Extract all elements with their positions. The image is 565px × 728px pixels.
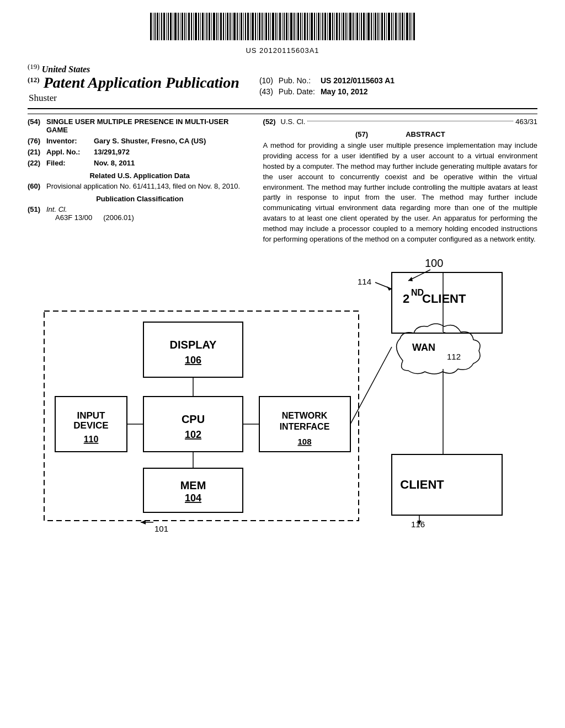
svg-rect-49 — [262, 13, 263, 40]
abstract-text: A method for providing a single user mul… — [263, 141, 537, 244]
svg-rect-77 — [324, 13, 326, 40]
svg-rect-71 — [311, 13, 313, 40]
svg-rect-98 — [373, 13, 374, 40]
left-column: (54) SINGLE USER MULTIPLE PRESENCE IN MU… — [28, 117, 252, 244]
svg-rect-37 — [233, 13, 236, 40]
svg-rect-111 — [402, 13, 403, 40]
client2-label: 2 — [403, 292, 409, 306]
svg-rect-95 — [366, 13, 366, 40]
svg-rect-25 — [206, 13, 207, 40]
svg-rect-11 — [174, 13, 177, 40]
int-cl-text: Int. Cl. — [46, 205, 67, 213]
svg-rect-91 — [356, 13, 358, 40]
int-cl-label: Int. Cl. — [46, 205, 252, 213]
svg-rect-113 — [406, 13, 408, 40]
svg-rect-87 — [348, 13, 348, 40]
svg-rect-29 — [216, 13, 217, 40]
second-divider — [28, 114, 537, 114]
svg-rect-83 — [339, 13, 340, 40]
int-cl-details: A63F 13/00 (2006.01) — [46, 213, 252, 222]
svg-rect-12 — [178, 13, 179, 40]
provisional-text: Provisional application No. 61/411,143, … — [46, 182, 252, 190]
svg-rect-51 — [265, 13, 267, 40]
title-text: SINGLE USER MULTIPLE PRESENCE IN MULTI-U… — [46, 117, 228, 134]
patent-title-right: (10) Pub. No.: US 2012/0115603 A1 (43) P… — [239, 74, 537, 98]
top-divider — [28, 108, 537, 109]
svg-rect-62 — [290, 13, 292, 40]
svg-marker-126 — [141, 520, 146, 524]
input-text-2: DEVICE — [73, 420, 108, 431]
us-cl-row: (52) U.S. Cl. 463/31 — [263, 117, 537, 126]
pub-no-num-label: (10) — [257, 76, 275, 85]
svg-rect-4 — [159, 13, 160, 40]
barcode-area: US 20120115603A1 — [0, 0, 565, 57]
svg-rect-102 — [381, 13, 383, 40]
svg-marker-118 — [408, 277, 413, 281]
svg-rect-72 — [314, 13, 315, 40]
abstract-title-text: ABSTRACT — [406, 130, 445, 138]
svg-rect-7 — [166, 13, 167, 40]
related-apps-title: Related U.S. Application Data — [28, 172, 252, 180]
svg-rect-26 — [209, 13, 210, 40]
svg-rect-100 — [377, 13, 379, 40]
svg-rect-82 — [336, 13, 338, 40]
network-wan-line — [350, 347, 392, 424]
svg-rect-32 — [223, 13, 224, 40]
system-100-label: 100 — [425, 257, 443, 269]
svg-rect-97 — [371, 13, 372, 40]
patent-type-label: (12) Patent Application Publication — [28, 74, 239, 92]
svg-rect-107 — [393, 13, 394, 40]
int-cl-field-row: (51) Int. Cl. A63F 13/00 (2006.01) — [28, 205, 252, 222]
inventor-name: Gary S. Shuster, Fresno, CA (US) — [94, 137, 206, 145]
pub-info-table: (10) Pub. No.: US 2012/0115603 A1 (43) P… — [256, 74, 398, 98]
svg-rect-99 — [375, 13, 376, 40]
diagram-svg: 100 2 ND CLIENT 114 WAN 112 CLIENT 116 — [28, 250, 537, 548]
int-cl-num: (51) — [28, 205, 43, 213]
country-name: United States — [42, 65, 90, 74]
svg-rect-66 — [300, 13, 301, 40]
svg-rect-9 — [170, 13, 172, 40]
svg-rect-74 — [318, 13, 319, 40]
barcode-image — [145, 10, 420, 43]
network-num-text: 108 — [297, 437, 311, 446]
svg-rect-67 — [302, 13, 303, 40]
filed-label: Filed: — [46, 159, 90, 167]
svg-rect-58 — [282, 13, 282, 40]
svg-rect-96 — [367, 13, 370, 40]
int-cl-value: Int. Cl. A63F 13/00 (2006.01) — [46, 205, 252, 222]
svg-rect-6 — [163, 13, 165, 40]
svg-rect-68 — [304, 13, 306, 40]
svg-rect-104 — [386, 13, 387, 40]
display-num-text: 106 — [185, 355, 201, 366]
svg-rect-115 — [412, 13, 412, 40]
svg-rect-15 — [184, 13, 185, 40]
main-content: (54) SINGLE USER MULTIPLE PRESENCE IN MU… — [0, 117, 565, 244]
svg-rect-53 — [270, 13, 271, 40]
pub-date-num-label: (43) — [257, 87, 275, 97]
computer-num: 101 — [154, 524, 168, 533]
pub-date-value: May 10, 2012 — [318, 87, 397, 97]
svg-rect-5 — [161, 13, 162, 40]
svg-rect-8 — [168, 13, 169, 40]
svg-rect-43 — [247, 13, 249, 40]
svg-rect-28 — [213, 13, 215, 40]
svg-rect-18 — [191, 13, 192, 40]
int-cl-class: A63F 13/00 — [55, 213, 92, 222]
svg-rect-88 — [349, 13, 351, 40]
pub-date-label: Pub. Date: — [276, 87, 317, 97]
svg-rect-106 — [391, 13, 392, 40]
inventor-value: Gary S. Shuster, Fresno, CA (US) — [94, 137, 252, 145]
title-field-num: (54) — [28, 117, 43, 126]
svg-rect-57 — [279, 13, 281, 40]
svg-rect-60 — [286, 13, 287, 40]
svg-rect-50 — [264, 13, 264, 40]
svg-rect-85 — [343, 13, 344, 40]
svg-rect-41 — [243, 13, 244, 40]
svg-rect-101 — [380, 13, 380, 40]
svg-rect-45 — [252, 13, 254, 40]
svg-rect-73 — [316, 13, 317, 40]
svg-rect-44 — [250, 13, 250, 40]
filed-field-row: (22) Filed: Nov. 8, 2011 — [28, 159, 252, 167]
svg-rect-46 — [255, 13, 256, 40]
svg-rect-109 — [398, 13, 398, 40]
